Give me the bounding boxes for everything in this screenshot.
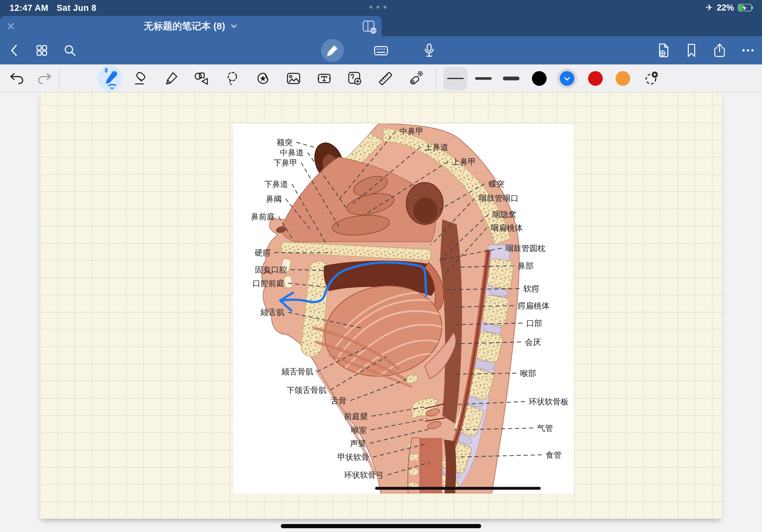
thickness-medium-button[interactable] bbox=[475, 77, 492, 80]
status-date: Sat Jun 8 bbox=[57, 3, 97, 13]
status-time: 12:47 AM bbox=[10, 3, 48, 13]
anatomy-label: 颏舌肌 bbox=[260, 308, 284, 317]
anatomy-label: 咽鼓管圆枕 bbox=[505, 244, 545, 253]
anatomy-label: 喉部 bbox=[520, 369, 536, 378]
lasso-tool-icon[interactable] bbox=[225, 71, 240, 86]
anatomy-label: 中鼻道 bbox=[280, 148, 304, 157]
anatomy-label: 舌骨 bbox=[331, 396, 346, 405]
notebook-tab[interactable]: 无标题的笔记本 (8) bbox=[0, 16, 382, 36]
pen-mode-icon[interactable] bbox=[321, 39, 344, 62]
color-orange-button[interactable] bbox=[616, 71, 630, 86]
anatomy-label: 喉室 bbox=[351, 426, 367, 434]
anatomy-label: 固有口腔 bbox=[255, 265, 287, 274]
status-bar: 12:47 AMSat Jun 8 ✈ 22% bbox=[0, 0, 762, 16]
anatomy-label: 环状软骨弓 bbox=[344, 470, 384, 479]
bookmark-icon[interactable] bbox=[686, 43, 697, 58]
anatomy-label: 软腭 bbox=[523, 284, 539, 293]
color-blue-button-selected[interactable] bbox=[560, 71, 574, 86]
shapes-tool-icon[interactable] bbox=[193, 71, 210, 86]
anatomy-label: 腭扁桃体 bbox=[518, 301, 550, 310]
keyboard-icon[interactable] bbox=[373, 43, 389, 57]
anatomy-label: 会厌 bbox=[525, 337, 541, 346]
anatomy-label: 咽鼓管咽口 bbox=[479, 194, 518, 203]
anatomy-label: 口部 bbox=[526, 319, 542, 328]
pen-tool-icon[interactable] bbox=[100, 68, 119, 89]
more-icon[interactable] bbox=[741, 43, 755, 57]
color-red-button[interactable] bbox=[588, 71, 603, 86]
share-icon[interactable] bbox=[713, 43, 726, 58]
anatomy-label: 颏舌骨肌 bbox=[281, 367, 313, 376]
anatomy-label: 甲状软骨 bbox=[337, 453, 369, 461]
laser-pointer-tool-icon[interactable] bbox=[408, 70, 424, 87]
redo-icon[interactable] bbox=[37, 71, 52, 86]
anatomy-label: 食管 bbox=[546, 450, 562, 459]
anatomy-figure-svg: 额突中鼻道下鼻甲下鼻道鼻阈鼻前庭硬腭固有口腔口腔前庭颏舌肌颏舌骨肌下颌舌骨肌舌骨… bbox=[233, 124, 574, 494]
anatomy-label: 下鼻道 bbox=[264, 179, 288, 188]
multitask-dots bbox=[369, 6, 386, 9]
nav-toolbar bbox=[0, 36, 762, 64]
anatomy-label: 鼻前庭 bbox=[251, 212, 275, 221]
ribbon-divider bbox=[435, 68, 436, 89]
status-time-date: 12:47 AMSat Jun 8 bbox=[10, 3, 96, 13]
tab-row: 无标题的笔记本 (8) bbox=[0, 16, 762, 36]
anatomy-label: 咽扁桃体 bbox=[491, 223, 523, 232]
anatomy-label: 中鼻甲 bbox=[400, 127, 423, 136]
anatomy-label: 鼻部 bbox=[518, 261, 534, 270]
anatomy-label: 咽隐窝 bbox=[493, 210, 516, 219]
app-screen: 12:47 AMSat Jun 8 ✈ 22% 无标题的笔记本 (8) bbox=[0, 0, 762, 532]
anatomy-label: 鼻阈 bbox=[266, 194, 282, 203]
text-tool-icon[interactable] bbox=[316, 71, 333, 86]
chevron-down-icon[interactable] bbox=[230, 22, 238, 30]
color-black-button[interactable] bbox=[532, 71, 547, 86]
anatomy-label: 上鼻甲 bbox=[452, 157, 476, 166]
anatomy-label: 硬腭 bbox=[255, 248, 270, 257]
microphone-icon[interactable] bbox=[422, 43, 436, 58]
add-page-icon[interactable] bbox=[657, 43, 670, 58]
home-indicator[interactable] bbox=[281, 524, 481, 528]
anatomy-label: 下鼻甲 bbox=[273, 158, 297, 167]
anatomy-label: 声襞 bbox=[350, 439, 366, 448]
thickness-thick-button[interactable] bbox=[503, 77, 519, 80]
notebook-title[interactable]: 无标题的笔记本 (8) bbox=[144, 20, 225, 33]
anatomy-label: 前庭襞 bbox=[344, 412, 368, 421]
undo-icon[interactable] bbox=[9, 71, 25, 86]
thumbnails-grid-icon[interactable] bbox=[35, 43, 49, 57]
battery-percent: 22% bbox=[717, 3, 734, 13]
airplane-mode-icon: ✈ bbox=[706, 3, 713, 13]
add-color-icon[interactable] bbox=[643, 70, 660, 87]
anatomy-figure[interactable]: 额突中鼻道下鼻甲下鼻道鼻阈鼻前庭硬腭固有口腔口腔前庭颏舌肌颏舌骨肌下颌舌骨肌舌骨… bbox=[233, 124, 574, 494]
anatomy-label: 口腔前庭 bbox=[253, 279, 284, 288]
eraser-tool-icon[interactable] bbox=[133, 71, 148, 86]
thickness-thin-button[interactable] bbox=[447, 78, 464, 79]
battery-charging-icon bbox=[738, 4, 754, 12]
image-tool-icon[interactable] bbox=[285, 71, 302, 86]
highlighter-tool-icon[interactable] bbox=[163, 71, 179, 86]
sticker-tool-icon[interactable] bbox=[255, 71, 270, 86]
search-icon[interactable] bbox=[63, 43, 77, 57]
tools-ribbon bbox=[0, 64, 762, 93]
back-icon[interactable] bbox=[9, 43, 19, 57]
ruler-tool-icon[interactable] bbox=[377, 70, 394, 87]
anatomy-label: 环状软骨板 bbox=[528, 397, 569, 406]
anatomy-label: 下颌舌骨肌 bbox=[286, 386, 327, 395]
ribbon-divider bbox=[59, 68, 60, 89]
anatomy-label: 额突 bbox=[277, 138, 293, 147]
tab-switcher-icon[interactable] bbox=[360, 19, 378, 34]
anatomy-label: 上鼻道 bbox=[424, 143, 448, 152]
anatomy-label: 气管 bbox=[537, 424, 553, 432]
notebook-page-canvas[interactable]: 额突中鼻道下鼻甲下鼻道鼻阈鼻前庭硬腭固有口腔口腔前庭颏舌肌颏舌骨肌下颌舌骨肌舌骨… bbox=[39, 93, 722, 519]
handwriting-zoom-tool-icon[interactable] bbox=[346, 70, 363, 87]
anatomy-label: 蝶突 bbox=[489, 179, 504, 188]
